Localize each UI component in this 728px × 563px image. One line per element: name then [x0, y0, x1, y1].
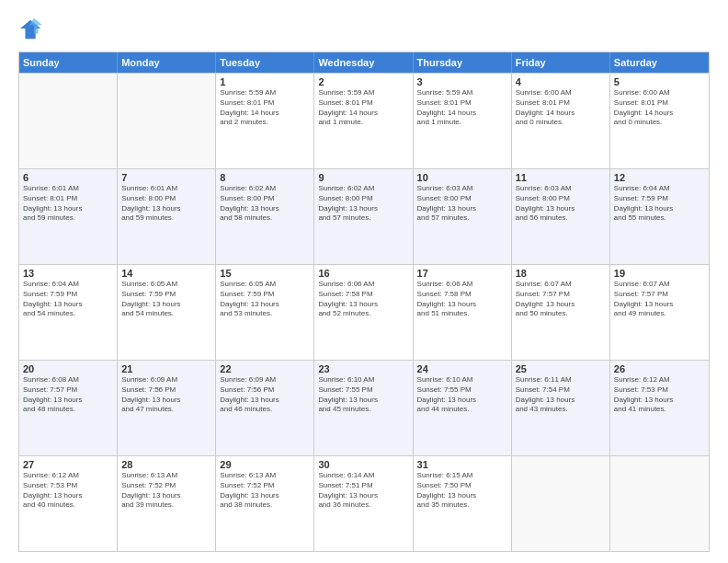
- day-number: 4: [516, 76, 606, 87]
- calendar-cell-12: 12Sunrise: 6:04 AM Sunset: 7:59 PM Dayli…: [610, 169, 709, 264]
- day-number: 14: [121, 268, 211, 279]
- calendar-row-1: 6Sunrise: 6:01 AM Sunset: 8:01 PM Daylig…: [19, 168, 709, 264]
- calendar-cell-24: 24Sunrise: 6:10 AM Sunset: 7:55 PM Dayli…: [414, 361, 512, 455]
- logo: [18, 17, 48, 42]
- day-number: 15: [220, 268, 310, 279]
- header-day-wednesday: Wednesday: [314, 52, 413, 73]
- calendar-cell-17: 17Sunrise: 6:06 AM Sunset: 7:58 PM Dayli…: [414, 265, 512, 360]
- header-day-sunday: Sunday: [19, 52, 118, 73]
- calendar: SundayMondayTuesdayWednesdayThursdayFrid…: [18, 52, 710, 552]
- day-number: 13: [23, 268, 113, 279]
- calendar-cell-empty: [19, 74, 118, 168]
- cell-info: Sunrise: 6:09 AM Sunset: 7:56 PM Dayligh…: [220, 375, 310, 415]
- cell-info: Sunrise: 6:06 AM Sunset: 7:58 PM Dayligh…: [417, 280, 507, 319]
- day-number: 23: [318, 363, 408, 374]
- calendar-cell-5: 5Sunrise: 6:00 AM Sunset: 8:01 PM Daylig…: [610, 74, 709, 168]
- day-number: 20: [23, 363, 113, 374]
- calendar-cell-6: 6Sunrise: 6:01 AM Sunset: 8:01 PM Daylig…: [19, 169, 118, 264]
- day-number: 8: [220, 172, 310, 183]
- calendar-cell-19: 19Sunrise: 6:07 AM Sunset: 7:57 PM Dayli…: [610, 265, 709, 360]
- cell-info: Sunrise: 6:03 AM Sunset: 8:00 PM Dayligh…: [417, 184, 507, 224]
- cell-info: Sunrise: 6:05 AM Sunset: 7:59 PM Dayligh…: [121, 280, 211, 319]
- cell-info: Sunrise: 6:02 AM Sunset: 8:00 PM Dayligh…: [318, 184, 408, 224]
- calendar-cell-29: 29Sunrise: 6:13 AM Sunset: 7:52 PM Dayli…: [216, 456, 314, 551]
- cell-info: Sunrise: 5:59 AM Sunset: 8:01 PM Dayligh…: [220, 88, 310, 128]
- calendar-cell-empty: [512, 456, 610, 551]
- calendar-cell-empty: [610, 456, 709, 551]
- cell-info: Sunrise: 6:00 AM Sunset: 8:01 PM Dayligh…: [516, 88, 606, 128]
- cell-info: Sunrise: 6:12 AM Sunset: 7:53 PM Dayligh…: [614, 375, 705, 415]
- logo-icon: [18, 17, 44, 42]
- cell-info: Sunrise: 6:01 AM Sunset: 8:01 PM Dayligh…: [23, 184, 113, 224]
- day-number: 18: [516, 268, 606, 279]
- calendar-cell-10: 10Sunrise: 6:03 AM Sunset: 8:00 PM Dayli…: [414, 169, 512, 264]
- calendar-cell-22: 22Sunrise: 6:09 AM Sunset: 7:56 PM Dayli…: [216, 361, 314, 455]
- calendar-cell-28: 28Sunrise: 6:13 AM Sunset: 7:52 PM Dayli…: [118, 456, 216, 551]
- cell-info: Sunrise: 6:07 AM Sunset: 7:57 PM Dayligh…: [516, 280, 606, 319]
- day-number: 2: [318, 76, 408, 87]
- calendar-row-3: 20Sunrise: 6:08 AM Sunset: 7:57 PM Dayli…: [19, 360, 709, 455]
- calendar-cell-16: 16Sunrise: 6:06 AM Sunset: 7:58 PM Dayli…: [314, 265, 413, 360]
- day-number: 1: [220, 76, 310, 87]
- calendar-cell-8: 8Sunrise: 6:02 AM Sunset: 8:00 PM Daylig…: [216, 169, 314, 264]
- cell-info: Sunrise: 6:08 AM Sunset: 7:57 PM Dayligh…: [23, 375, 113, 415]
- cell-info: Sunrise: 6:13 AM Sunset: 7:52 PM Dayligh…: [220, 471, 310, 511]
- cell-info: Sunrise: 6:04 AM Sunset: 7:59 PM Dayligh…: [614, 184, 705, 224]
- calendar-cell-13: 13Sunrise: 6:04 AM Sunset: 7:59 PM Dayli…: [19, 265, 118, 360]
- day-number: 24: [417, 363, 507, 374]
- cell-info: Sunrise: 6:04 AM Sunset: 7:59 PM Dayligh…: [23, 280, 113, 319]
- calendar-cell-11: 11Sunrise: 6:03 AM Sunset: 8:00 PM Dayli…: [512, 169, 610, 264]
- calendar-cell-27: 27Sunrise: 6:12 AM Sunset: 7:53 PM Dayli…: [19, 456, 118, 551]
- header: [18, 17, 710, 42]
- day-number: 12: [614, 172, 705, 183]
- calendar-cell-31: 31Sunrise: 6:15 AM Sunset: 7:50 PM Dayli…: [414, 456, 512, 551]
- cell-info: Sunrise: 6:12 AM Sunset: 7:53 PM Dayligh…: [23, 471, 113, 511]
- calendar-cell-23: 23Sunrise: 6:10 AM Sunset: 7:55 PM Dayli…: [314, 361, 413, 455]
- day-number: 25: [516, 363, 606, 374]
- calendar-row-4: 27Sunrise: 6:12 AM Sunset: 7:53 PM Dayli…: [19, 455, 709, 551]
- calendar-cell-1: 1Sunrise: 5:59 AM Sunset: 8:01 PM Daylig…: [216, 74, 314, 168]
- day-number: 31: [417, 459, 507, 470]
- calendar-row-0: 1Sunrise: 5:59 AM Sunset: 8:01 PM Daylig…: [19, 73, 709, 168]
- cell-info: Sunrise: 6:14 AM Sunset: 7:51 PM Dayligh…: [318, 471, 408, 511]
- cell-info: Sunrise: 6:00 AM Sunset: 8:01 PM Dayligh…: [614, 88, 705, 128]
- day-number: 28: [121, 459, 211, 470]
- calendar-cell-20: 20Sunrise: 6:08 AM Sunset: 7:57 PM Dayli…: [19, 361, 118, 455]
- calendar-cell-18: 18Sunrise: 6:07 AM Sunset: 7:57 PM Dayli…: [512, 265, 610, 360]
- cell-info: Sunrise: 6:15 AM Sunset: 7:50 PM Dayligh…: [417, 471, 507, 511]
- calendar-cell-2: 2Sunrise: 5:59 AM Sunset: 8:01 PM Daylig…: [314, 74, 413, 168]
- cell-info: Sunrise: 6:10 AM Sunset: 7:55 PM Dayligh…: [318, 375, 408, 415]
- day-number: 30: [318, 459, 408, 470]
- page: SundayMondayTuesdayWednesdayThursdayFrid…: [0, 0, 728, 563]
- day-number: 19: [614, 268, 705, 279]
- header-day-tuesday: Tuesday: [216, 52, 314, 73]
- calendar-cell-25: 25Sunrise: 6:11 AM Sunset: 7:54 PM Dayli…: [512, 361, 610, 455]
- day-number: 16: [318, 268, 408, 279]
- calendar-cell-14: 14Sunrise: 6:05 AM Sunset: 7:59 PM Dayli…: [118, 265, 216, 360]
- day-number: 21: [121, 363, 211, 374]
- day-number: 10: [417, 172, 507, 183]
- calendar-cell-7: 7Sunrise: 6:01 AM Sunset: 8:00 PM Daylig…: [118, 169, 216, 264]
- calendar-row-2: 13Sunrise: 6:04 AM Sunset: 7:59 PM Dayli…: [19, 264, 709, 360]
- header-day-saturday: Saturday: [610, 52, 709, 73]
- calendar-cell-empty: [118, 74, 216, 168]
- cell-info: Sunrise: 6:03 AM Sunset: 8:00 PM Dayligh…: [516, 184, 606, 224]
- day-number: 7: [121, 172, 211, 183]
- day-number: 5: [614, 76, 705, 87]
- cell-info: Sunrise: 5:59 AM Sunset: 8:01 PM Dayligh…: [318, 88, 408, 128]
- calendar-cell-4: 4Sunrise: 6:00 AM Sunset: 8:01 PM Daylig…: [512, 74, 610, 168]
- day-number: 22: [220, 363, 310, 374]
- day-number: 17: [417, 268, 507, 279]
- header-day-friday: Friday: [512, 52, 610, 73]
- cell-info: Sunrise: 6:10 AM Sunset: 7:55 PM Dayligh…: [417, 375, 507, 415]
- calendar-header: SundayMondayTuesdayWednesdayThursdayFrid…: [19, 52, 709, 73]
- day-number: 9: [318, 172, 408, 183]
- header-day-thursday: Thursday: [414, 52, 512, 73]
- day-number: 3: [417, 76, 507, 87]
- header-day-monday: Monday: [118, 52, 216, 73]
- calendar-cell-26: 26Sunrise: 6:12 AM Sunset: 7:53 PM Dayli…: [610, 361, 709, 455]
- calendar-cell-21: 21Sunrise: 6:09 AM Sunset: 7:56 PM Dayli…: [118, 361, 216, 455]
- cell-info: Sunrise: 6:07 AM Sunset: 7:57 PM Dayligh…: [614, 280, 705, 319]
- cell-info: Sunrise: 6:01 AM Sunset: 8:00 PM Dayligh…: [121, 184, 211, 224]
- cell-info: Sunrise: 5:59 AM Sunset: 8:01 PM Dayligh…: [417, 88, 507, 128]
